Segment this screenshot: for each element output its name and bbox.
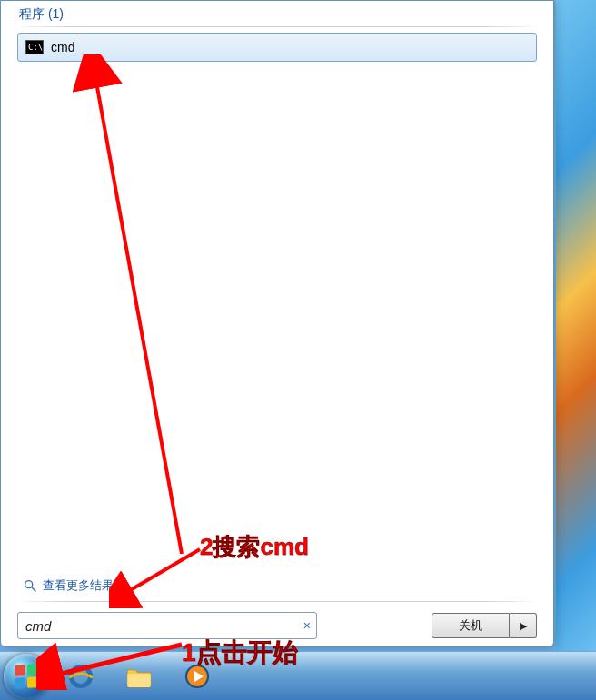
start-button[interactable] [4,654,49,699]
chevron-right-icon: ▶ [520,620,527,632]
programs-header: 程序 (1) [6,1,548,26]
clear-search-icon[interactable]: × [303,618,311,633]
search-icon [23,578,37,593]
taskbar-item-media-player[interactable] [171,658,224,698]
folder-icon [124,661,154,695]
search-input[interactable] [25,618,291,634]
windows-logo-icon [15,664,38,689]
see-more-results-label: 查看更多结果 [43,577,114,594]
result-label: cmd [51,40,74,54]
start-menu-panel: 程序 (1) C:\ cmd 查看更多结果 × 关机 ▶ [0,0,554,647]
taskbar-item-explorer[interactable] [113,658,165,698]
search-result-cmd[interactable]: C:\ cmd [17,33,537,62]
shutdown-button-group: 关机 ▶ [432,613,537,638]
see-more-results-link[interactable]: 查看更多结果 [6,577,548,601]
svg-point-0 [25,581,33,588]
start-menu-footer: × 关机 ▶ [6,602,548,641]
cmd-icon: C:\ [25,40,44,54]
taskbar-item-ie[interactable] [55,658,107,698]
taskbar [0,651,596,700]
desktop-wallpaper [556,0,596,651]
search-box[interactable]: × [17,612,317,639]
media-player-icon [182,661,213,695]
shutdown-options-button[interactable]: ▶ [510,613,537,638]
svg-line-1 [32,587,35,591]
shutdown-button[interactable]: 关机 [432,613,510,638]
internet-explorer-icon [65,661,96,695]
